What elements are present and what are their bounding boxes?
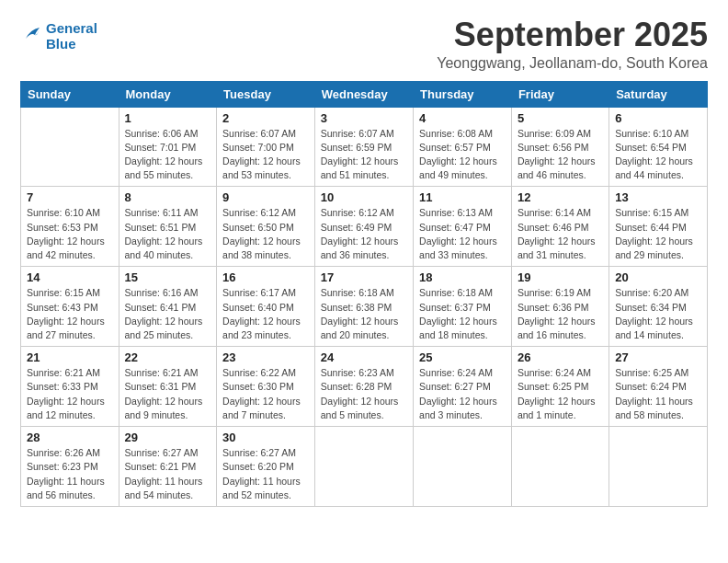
day-number: 25 (419, 350, 506, 364)
calendar-cell: 18Sunrise: 6:18 AMSunset: 6:37 PMDayligh… (414, 267, 512, 347)
day-number: 9 (222, 190, 309, 204)
day-detail: Sunrise: 6:18 AMSunset: 6:37 PMDaylight:… (419, 286, 506, 342)
day-detail: Sunrise: 6:20 AMSunset: 6:34 PMDaylight:… (615, 286, 701, 342)
calendar-cell: 21Sunrise: 6:21 AMSunset: 6:33 PMDayligh… (21, 347, 119, 427)
day-detail: Sunrise: 6:07 AMSunset: 6:59 PMDaylight:… (321, 127, 407, 183)
calendar-cell: 19Sunrise: 6:19 AMSunset: 6:36 PMDayligh… (511, 267, 609, 347)
calendar-cell: 7Sunrise: 6:10 AMSunset: 6:53 PMDaylight… (21, 187, 119, 267)
day-number: 5 (518, 111, 603, 125)
col-header-monday: Monday (119, 81, 217, 107)
day-detail: Sunrise: 6:08 AMSunset: 6:57 PMDaylight:… (419, 127, 506, 183)
calendar-cell: 28Sunrise: 6:26 AMSunset: 6:23 PMDayligh… (21, 427, 119, 507)
day-detail: Sunrise: 6:18 AMSunset: 6:38 PMDaylight:… (321, 286, 407, 342)
day-number: 4 (419, 111, 506, 125)
calendar-cell: 25Sunrise: 6:24 AMSunset: 6:27 PMDayligh… (414, 347, 512, 427)
day-number: 8 (125, 190, 211, 204)
calendar-cell: 6Sunrise: 6:10 AMSunset: 6:54 PMDaylight… (609, 107, 708, 187)
day-detail: Sunrise: 6:14 AMSunset: 6:46 PMDaylight:… (518, 206, 603, 262)
day-number: 26 (518, 350, 603, 364)
col-header-thursday: Thursday (414, 81, 512, 107)
calendar-cell: 10Sunrise: 6:12 AMSunset: 6:49 PMDayligh… (314, 187, 413, 267)
calendar-cell (414, 427, 512, 507)
day-detail: Sunrise: 6:11 AMSunset: 6:51 PMDaylight:… (125, 206, 211, 262)
calendar-cell: 1Sunrise: 6:06 AMSunset: 7:01 PMDaylight… (119, 107, 217, 187)
day-number: 1 (125, 111, 211, 125)
calendar-cell: 22Sunrise: 6:21 AMSunset: 6:31 PMDayligh… (119, 347, 217, 427)
day-detail: Sunrise: 6:21 AMSunset: 6:31 PMDaylight:… (125, 366, 211, 422)
calendar-cell: 2Sunrise: 6:07 AMSunset: 7:00 PMDaylight… (217, 107, 315, 187)
subtitle: Yeonggwang, Jeollanam-do, South Korea (437, 55, 708, 72)
day-detail: Sunrise: 6:27 AMSunset: 6:20 PMDaylight:… (222, 446, 309, 502)
col-header-friday: Friday (511, 81, 609, 107)
day-number: 2 (222, 111, 309, 125)
day-detail: Sunrise: 6:17 AMSunset: 6:40 PMDaylight:… (222, 286, 309, 342)
day-number: 17 (321, 270, 407, 284)
calendar-cell: 13Sunrise: 6:15 AMSunset: 6:44 PMDayligh… (609, 187, 708, 267)
logo-line2: Blue (46, 36, 97, 52)
day-detail: Sunrise: 6:25 AMSunset: 6:24 PMDaylight:… (615, 366, 701, 422)
day-number: 10 (321, 190, 407, 204)
day-detail: Sunrise: 6:13 AMSunset: 6:47 PMDaylight:… (419, 206, 506, 262)
calendar-cell: 23Sunrise: 6:22 AMSunset: 6:30 PMDayligh… (217, 347, 315, 427)
calendar-cell: 8Sunrise: 6:11 AMSunset: 6:51 PMDaylight… (119, 187, 217, 267)
day-number: 18 (419, 270, 506, 284)
day-number: 21 (27, 350, 113, 364)
calendar-cell (511, 427, 609, 507)
col-header-wednesday: Wednesday (314, 81, 413, 107)
calendar-cell: 15Sunrise: 6:16 AMSunset: 6:41 PMDayligh… (119, 267, 217, 347)
day-number: 24 (321, 350, 407, 364)
day-detail: Sunrise: 6:06 AMSunset: 7:01 PMDaylight:… (125, 127, 211, 183)
day-detail: Sunrise: 6:15 AMSunset: 6:44 PMDaylight:… (615, 206, 701, 262)
col-header-sunday: Sunday (21, 81, 119, 107)
day-number: 3 (321, 111, 407, 125)
calendar-cell: 29Sunrise: 6:27 AMSunset: 6:21 PMDayligh… (119, 427, 217, 507)
day-detail: Sunrise: 6:23 AMSunset: 6:28 PMDaylight:… (321, 366, 407, 422)
day-number: 27 (615, 350, 701, 364)
day-number: 14 (27, 270, 113, 284)
calendar-cell (609, 427, 708, 507)
day-number: 6 (615, 111, 701, 125)
calendar-cell: 3Sunrise: 6:07 AMSunset: 6:59 PMDaylight… (314, 107, 413, 187)
day-number: 7 (27, 190, 113, 204)
calendar-cell: 20Sunrise: 6:20 AMSunset: 6:34 PMDayligh… (609, 267, 708, 347)
day-detail: Sunrise: 6:15 AMSunset: 6:43 PMDaylight:… (27, 286, 113, 342)
col-header-tuesday: Tuesday (217, 81, 315, 107)
day-detail: Sunrise: 6:27 AMSunset: 6:21 PMDaylight:… (125, 446, 211, 502)
calendar-cell: 27Sunrise: 6:25 AMSunset: 6:24 PMDayligh… (609, 347, 708, 427)
calendar-cell: 14Sunrise: 6:15 AMSunset: 6:43 PMDayligh… (21, 267, 119, 347)
day-detail: Sunrise: 6:12 AMSunset: 6:50 PMDaylight:… (222, 206, 309, 262)
calendar-cell: 30Sunrise: 6:27 AMSunset: 6:20 PMDayligh… (217, 427, 315, 507)
day-number: 13 (615, 190, 701, 204)
calendar-cell: 9Sunrise: 6:12 AMSunset: 6:50 PMDaylight… (217, 187, 315, 267)
day-detail: Sunrise: 6:24 AMSunset: 6:25 PMDaylight:… (518, 366, 603, 422)
day-detail: Sunrise: 6:09 AMSunset: 6:56 PMDaylight:… (518, 127, 603, 183)
day-detail: Sunrise: 6:10 AMSunset: 6:53 PMDaylight:… (27, 206, 113, 262)
day-detail: Sunrise: 6:10 AMSunset: 6:54 PMDaylight:… (615, 127, 701, 183)
day-detail: Sunrise: 6:12 AMSunset: 6:49 PMDaylight:… (321, 206, 407, 262)
day-number: 22 (125, 350, 211, 364)
day-detail: Sunrise: 6:26 AMSunset: 6:23 PMDaylight:… (27, 446, 113, 502)
day-number: 11 (419, 190, 506, 204)
day-number: 19 (518, 270, 603, 284)
day-detail: Sunrise: 6:24 AMSunset: 6:27 PMDaylight:… (419, 366, 506, 422)
calendar-cell (314, 427, 413, 507)
calendar: SundayMondayTuesdayWednesdayThursdayFrid… (20, 81, 708, 507)
day-detail: Sunrise: 6:16 AMSunset: 6:41 PMDaylight:… (125, 286, 211, 342)
day-number: 28 (27, 431, 113, 444)
calendar-cell: 4Sunrise: 6:08 AMSunset: 6:57 PMDaylight… (414, 107, 512, 187)
day-number: 30 (222, 431, 309, 444)
calendar-cell: 26Sunrise: 6:24 AMSunset: 6:25 PMDayligh… (511, 347, 609, 427)
day-detail: Sunrise: 6:07 AMSunset: 7:00 PMDaylight:… (222, 127, 309, 183)
calendar-cell: 24Sunrise: 6:23 AMSunset: 6:28 PMDayligh… (314, 347, 413, 427)
calendar-cell: 11Sunrise: 6:13 AMSunset: 6:47 PMDayligh… (414, 187, 512, 267)
day-detail: Sunrise: 6:19 AMSunset: 6:36 PMDaylight:… (518, 286, 603, 342)
day-detail: Sunrise: 6:21 AMSunset: 6:33 PMDaylight:… (27, 366, 113, 422)
day-number: 20 (615, 270, 701, 284)
calendar-cell: 16Sunrise: 6:17 AMSunset: 6:40 PMDayligh… (217, 267, 315, 347)
day-number: 23 (222, 350, 309, 364)
day-number: 29 (125, 431, 211, 444)
day-number: 12 (518, 190, 603, 204)
calendar-cell: 17Sunrise: 6:18 AMSunset: 6:38 PMDayligh… (314, 267, 413, 347)
calendar-cell: 5Sunrise: 6:09 AMSunset: 6:56 PMDaylight… (511, 107, 609, 187)
calendar-cell: 12Sunrise: 6:14 AMSunset: 6:46 PMDayligh… (511, 187, 609, 267)
